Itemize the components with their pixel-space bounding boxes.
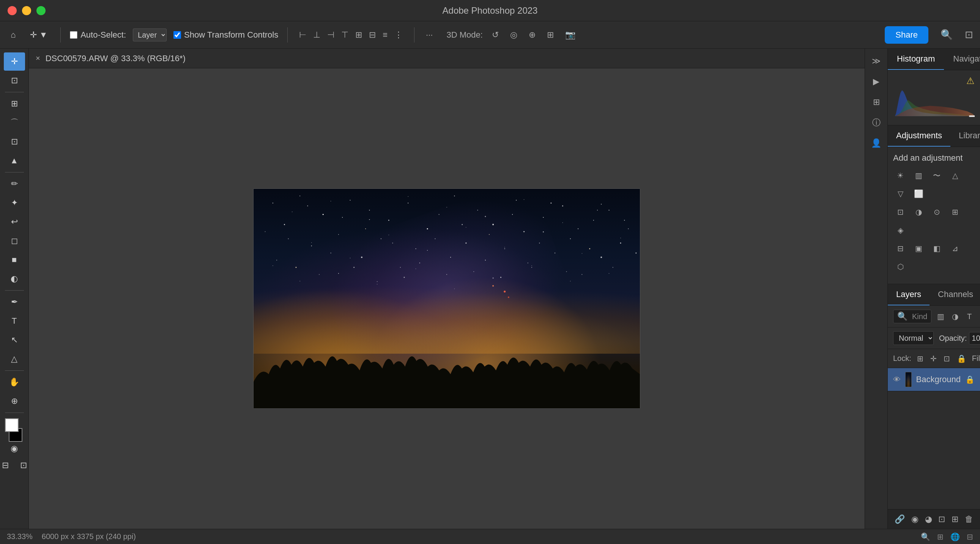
add-adjustment-icon[interactable]: ◕: [925, 514, 932, 524]
align-center-v-icon[interactable]: ⊞: [353, 29, 364, 41]
play-icon[interactable]: ▶: [868, 73, 885, 91]
auto-select-checkbox[interactable]: Auto-Select:: [70, 30, 126, 40]
adjustments-panel-icon[interactable]: ⊞: [868, 93, 885, 111]
foreground-color[interactable]: [5, 418, 19, 432]
hand-tool[interactable]: ✋: [4, 373, 25, 391]
clone-stamp-tool[interactable]: ✦: [4, 194, 25, 212]
status-arrange-icon[interactable]: ⊞: [937, 532, 943, 541]
move-tool[interactable]: ✛: [4, 53, 25, 71]
status-search-icon[interactable]: 🔍: [921, 532, 930, 541]
distribute-v-icon[interactable]: ⋮: [392, 29, 405, 41]
exposure-adjustment-icon[interactable]: △: [948, 168, 962, 183]
delete-layer-icon[interactable]: 🗑: [965, 514, 973, 524]
dodge-tool[interactable]: ◐: [4, 270, 25, 288]
show-transform-checkbox[interactable]: Show Transform Controls: [173, 30, 278, 40]
path-selection-tool[interactable]: ↖: [4, 331, 25, 349]
align-left-icon[interactable]: ⊢: [297, 29, 309, 41]
zoom-tool[interactable]: ⊕: [4, 392, 25, 410]
3d-orbit-icon[interactable]: ◎: [508, 29, 520, 41]
distribute-h-icon[interactable]: ≡: [380, 29, 390, 41]
tab-navigator[interactable]: Navigator: [944, 49, 980, 70]
3d-slide-icon[interactable]: ⊞: [545, 29, 556, 41]
3d-pan-icon[interactable]: ⊕: [527, 29, 538, 41]
minimize-traffic-light[interactable]: [22, 6, 31, 15]
align-right-icon[interactable]: ⊣: [325, 29, 337, 41]
tab-histogram[interactable]: Histogram: [888, 49, 944, 70]
vibrance-adjustment-icon[interactable]: ▽: [893, 187, 907, 201]
marquee-tool[interactable]: ⊞: [4, 94, 25, 113]
3d-rotate-icon[interactable]: ↺: [490, 29, 501, 41]
3d-camera-icon[interactable]: 📷: [563, 29, 578, 41]
eyedropper-tool[interactable]: ▲: [4, 152, 25, 170]
lock-pixels-icon[interactable]: ⊞: [915, 353, 925, 364]
artboards-tool[interactable]: ⊡: [16, 458, 29, 472]
move-tool-button[interactable]: ✛ ▼: [26, 28, 51, 42]
tab-adjustments[interactable]: Adjustments: [888, 125, 950, 147]
hsl-adjustment-icon[interactable]: ⬜: [911, 187, 926, 201]
tab-channels[interactable]: Channels: [929, 284, 980, 305]
opacity-input[interactable]: [969, 332, 980, 345]
type-filter-icon[interactable]: T: [963, 310, 975, 322]
curves-adjustment-icon[interactable]: 〜: [929, 168, 944, 183]
lasso-tool[interactable]: ⌒: [4, 113, 25, 132]
home-button[interactable]: ⌂: [7, 28, 19, 42]
blend-mode-select[interactable]: Normal: [893, 331, 934, 345]
posterize-adjustment-icon[interactable]: ▣: [911, 241, 926, 256]
color-balance-adjustment-icon[interactable]: ⊡: [893, 205, 907, 219]
channel-mixer-icon[interactable]: ⊞: [948, 205, 962, 219]
info-icon[interactable]: ⓘ: [868, 114, 885, 131]
layer-item-background[interactable]: 👁 Background 🔒: [888, 368, 980, 391]
align-bottom-icon[interactable]: ⊟: [367, 29, 378, 41]
people-icon[interactable]: 👤: [868, 134, 885, 152]
shape-filter-icon[interactable]: ⬡: [978, 310, 980, 322]
add-group-icon[interactable]: ⊡: [938, 514, 945, 524]
tab-layers[interactable]: Layers: [888, 284, 929, 305]
selective-color-adjustment-icon[interactable]: ⬡: [893, 260, 907, 274]
lock-position-icon[interactable]: ✛: [928, 353, 939, 364]
gradient-map-adjustment-icon[interactable]: ⊿: [948, 241, 962, 256]
align-top-icon[interactable]: ⊤: [339, 29, 351, 41]
photo-filter-icon[interactable]: ⊙: [929, 205, 944, 219]
share-button[interactable]: Share: [885, 26, 928, 44]
crop-tool[interactable]: ⊡: [4, 132, 25, 151]
bw-adjustment-icon[interactable]: ◑: [911, 205, 926, 219]
pen-tool[interactable]: ✒: [4, 293, 25, 311]
show-transform-input[interactable]: [173, 31, 181, 39]
link-layers-icon[interactable]: 🔗: [895, 514, 905, 524]
color-lookup-icon[interactable]: ◈: [893, 223, 907, 238]
canvas-image[interactable]: [253, 188, 640, 409]
history-brush-tool[interactable]: ↩: [4, 213, 25, 231]
panel-toggle-icon[interactable]: ≫: [868, 53, 885, 70]
layer-visibility-toggle[interactable]: 👁: [893, 374, 900, 385]
tab-close-button[interactable]: ×: [36, 54, 40, 63]
close-traffic-light[interactable]: [8, 6, 17, 15]
auto-select-input[interactable]: [70, 31, 78, 39]
screen-mode-tool[interactable]: ⊟: [0, 458, 13, 472]
shape-tool[interactable]: △: [4, 350, 25, 368]
type-tool[interactable]: T: [4, 312, 25, 330]
brightness-adjustment-icon[interactable]: ☀: [893, 168, 907, 183]
layer-select[interactable]: Layer: [133, 29, 167, 41]
lock-artboard-icon[interactable]: ⊡: [942, 353, 952, 364]
pixel-filter-icon[interactable]: ▥: [934, 310, 947, 322]
maximize-traffic-light[interactable]: [37, 6, 46, 15]
align-center-h-icon[interactable]: ⊥: [311, 29, 323, 41]
tab-libraries[interactable]: Libraries: [950, 125, 980, 147]
artboard-tool[interactable]: ⊡: [4, 72, 25, 90]
gradient-tool[interactable]: ■: [4, 251, 25, 269]
brush-tool[interactable]: ✏: [4, 175, 25, 193]
eraser-tool[interactable]: ◻: [4, 232, 25, 250]
quick-mask-tool[interactable]: ◉: [7, 442, 22, 455]
add-mask-icon[interactable]: ◉: [911, 514, 918, 524]
status-earth-icon[interactable]: 🌐: [950, 532, 960, 541]
status-layout-icon[interactable]: ⊟: [967, 532, 973, 541]
threshold-adjustment-icon[interactable]: ◧: [929, 241, 944, 256]
add-layer-icon[interactable]: ⊞: [951, 514, 958, 524]
lock-all-icon[interactable]: 🔒: [955, 353, 968, 364]
search-icon[interactable]: 🔍: [940, 29, 953, 41]
levels-adjustment-icon[interactable]: ▥: [911, 168, 926, 183]
invert-adjustment-icon[interactable]: ⊟: [893, 241, 907, 256]
window-icon[interactable]: ⊡: [965, 29, 973, 41]
more-options-icon[interactable]: ···: [423, 29, 435, 41]
adj-filter-icon[interactable]: ◑: [949, 310, 961, 322]
